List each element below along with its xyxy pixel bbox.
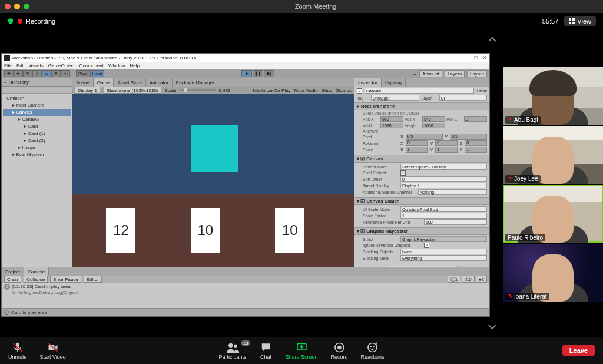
record-button[interactable]: Record (331, 342, 348, 360)
hierarchy-item[interactable]: ▸ Card (3, 123, 71, 130)
maximize-on-play-toggle[interactable]: Maximize On Play (253, 88, 290, 93)
target-display-dropdown[interactable]: Display 1 (400, 183, 487, 188)
console-warn-count[interactable]: ⚠ 0 (462, 276, 474, 283)
tab-scene[interactable]: Scene (72, 78, 94, 87)
blocking-objects-dropdown[interactable]: None (400, 249, 487, 254)
blocking-mask-dropdown[interactable]: Everything (400, 255, 487, 261)
hierarchy-item[interactable]: ▸ Card (1) (3, 130, 71, 137)
unmute-button[interactable]: Unmute (8, 342, 27, 360)
shield-icon[interactable] (7, 18, 14, 25)
rot-y-field[interactable]: 0 (435, 140, 458, 146)
mac-close-dot[interactable] (5, 4, 11, 9)
height-field[interactable]: 1080 (422, 123, 445, 128)
shader-channel-dropdown[interactable]: Nothing (418, 189, 487, 195)
tag-dropdown[interactable]: Untagged (371, 95, 419, 101)
scale-tool[interactable]: ⤢ (32, 70, 42, 77)
hierarchy-item[interactable]: ▸ EventSystem (3, 151, 71, 158)
tab-package-manager[interactable]: Package Manager (173, 78, 218, 87)
leave-button[interactable]: Leave (562, 345, 595, 356)
layers-dropdown[interactable]: Layers (445, 70, 465, 77)
ref-pixels-field[interactable]: 100 (424, 219, 487, 225)
menu-assets[interactable]: Assets (29, 63, 44, 68)
hierarchy-tab[interactable]: ≡Hierarchy (2, 78, 72, 87)
win-close-button[interactable]: ✕ (482, 55, 487, 61)
scale-factor-field[interactable]: 1 (400, 213, 487, 219)
layer-dropdown[interactable]: UI (439, 95, 488, 101)
console-editor-dropdown[interactable]: Editor (84, 276, 102, 283)
mute-audio-toggle[interactable]: Mute Audio (294, 88, 318, 93)
posz-field[interactable]: 0 (464, 116, 487, 122)
play-button[interactable]: ▶ (241, 70, 252, 77)
scale-y-field[interactable]: 1 (435, 147, 458, 153)
scale-x-field[interactable]: 1 (406, 147, 428, 153)
console-clear-button[interactable]: Clear (4, 276, 21, 283)
hierarchy-toolbar[interactable] (2, 87, 72, 94)
mac-max-dot[interactable] (24, 4, 29, 9)
account-dropdown[interactable]: Account (419, 70, 442, 77)
console-body[interactable]: i [11:30:23] Card in play area UnityEngi… (2, 283, 489, 308)
resolution-dropdown[interactable]: Standalone (1920x1080) (104, 87, 161, 94)
enable-checkbox[interactable]: ✓ (357, 88, 362, 94)
scale-z-field[interactable]: 1 (465, 147, 487, 153)
canvas-component-header[interactable]: ▾ ☑ Canvas (354, 155, 489, 163)
hierarchy-item[interactable]: ▸ Main Camera (3, 102, 71, 109)
participant-tile[interactable]: Paulo Ribeiro (503, 185, 603, 243)
graphic-raycaster-header[interactable]: ▾ ☑ Graphic Raycaster (354, 227, 489, 235)
participant-tile[interactable]: Joey Lee (503, 126, 603, 184)
sort-order-field[interactable]: 0 (400, 176, 487, 182)
console-error-count[interactable]: ● 3 (476, 276, 487, 283)
chevron-down-icon[interactable] (486, 323, 498, 331)
rect-tool[interactable]: ▭ (42, 70, 51, 77)
ignore-reversed-checkbox[interactable]: ✓ (424, 243, 429, 248)
menu-file[interactable]: File (4, 63, 12, 68)
chat-button[interactable]: Chat (259, 342, 272, 360)
width-field[interactable]: 1920 (380, 123, 403, 128)
pause-button[interactable]: ❚❚ (253, 70, 263, 77)
hierarchy-item[interactable]: ▸ Image (3, 144, 71, 151)
tab-animator[interactable]: Animator (146, 78, 173, 87)
view-button[interactable]: View (564, 16, 596, 26)
display-dropdown[interactable]: Display 1 (75, 87, 100, 94)
gizmos-toggle[interactable]: Gizmos (336, 88, 352, 93)
console-info-count[interactable]: ⓘ 1 (448, 276, 460, 283)
menu-edit[interactable]: Edit (16, 63, 25, 68)
scale-slider[interactable] (180, 89, 216, 91)
local-toggle[interactable]: Local (90, 70, 105, 77)
mac-min-dot[interactable] (14, 4, 20, 9)
inspector-body[interactable]: ✓ Canvas Static Tag Untagged Layer UI (354, 87, 489, 267)
ui-scale-mode-dropdown[interactable]: Constant Pixel Size (400, 206, 487, 212)
win-minimize-button[interactable]: — (465, 55, 470, 61)
pivot-toggle[interactable]: Pivot (76, 70, 90, 77)
share-screen-button[interactable]: Share Screen (285, 342, 317, 360)
win-maximize-button[interactable]: □ (475, 55, 478, 61)
pivot-x-field[interactable]: 0.5 (406, 134, 443, 140)
participant-tile[interactable]: Ioana Literat (503, 244, 603, 302)
posx-field[interactable]: 960 (380, 116, 403, 122)
pivot-y-field[interactable]: 0.5 (450, 134, 487, 140)
render-mode-dropdown[interactable]: Screen Space - Overlay (400, 164, 487, 170)
rotate-tool[interactable]: ↻ (23, 70, 32, 77)
object-name-field[interactable]: Canvas (365, 88, 474, 94)
hierarchy-item[interactable]: Untitled* (3, 95, 71, 102)
static-label[interactable]: Static (476, 89, 487, 93)
tab-game[interactable]: Game (94, 78, 114, 87)
tab-project[interactable]: Project (2, 267, 24, 276)
start-video-button[interactable]: Start Video (40, 342, 66, 360)
tab-lighting[interactable]: Lighting (382, 78, 406, 87)
participants-button[interactable]: Participants 18 (218, 342, 246, 360)
posy-field[interactable]: 540 (422, 116, 445, 122)
rect-transform-header[interactable]: ▸ Rect Transform (354, 102, 489, 110)
move-tool[interactable]: ✢ (14, 70, 23, 77)
hierarchy-item[interactable]: ▸ CardBG (3, 116, 71, 123)
game-view[interactable]: 12 10 10 (72, 94, 354, 267)
menu-gameobject[interactable]: GameObject (48, 63, 75, 68)
layout-dropdown[interactable]: Layout (467, 70, 487, 77)
rot-x-field[interactable]: 0 (406, 140, 428, 146)
pixel-perfect-checkbox[interactable] (400, 170, 406, 176)
hierarchy-tree[interactable]: Untitled*▸ Main Camera▸ Canvas▸ CardBG▸ … (2, 94, 72, 267)
hierarchy-item[interactable]: ▸ Card (2) (3, 137, 71, 144)
canvas-scaler-header[interactable]: ▾ ☑ Canvas Scaler (354, 197, 489, 205)
console-error-pause-toggle[interactable]: Error Pause (50, 276, 81, 283)
menu-component[interactable]: Component (79, 63, 104, 68)
menu-help[interactable]: Help (130, 63, 139, 68)
